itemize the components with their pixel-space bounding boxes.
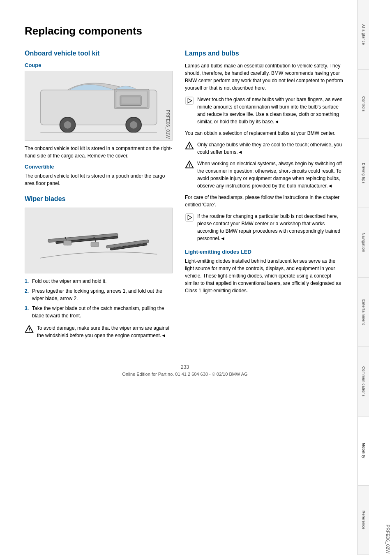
onboard-section-title: Onboard vehicle tool kit xyxy=(25,50,173,57)
lamps-note4-text: If the routine for changing a particular… xyxy=(197,213,345,242)
tab-at-a-glance[interactable]: At a glance xyxy=(358,0,369,69)
tab-communications[interactable]: Communications xyxy=(358,347,369,416)
svg-text:!: ! xyxy=(189,163,190,168)
tab-controls[interactable]: Controls xyxy=(358,69,369,139)
lamps-note1-text: Never touch the glass of new bulbs with … xyxy=(197,96,345,125)
tab-driving-tips[interactable]: Driving tips xyxy=(358,139,369,208)
lamps-note4: If the routine for changing a particular… xyxy=(185,213,345,242)
lamps-warning1: ! Only change bulbs while they are cool … xyxy=(185,141,345,156)
wiper-section-title: Wiper blades xyxy=(25,195,173,203)
onboard-tool-kit-section: Onboard vehicle tool kit Coupe xyxy=(25,50,173,187)
coupe-label: Coupe xyxy=(25,62,173,68)
page-footer: 233 Online Edition for Part no. 01 41 2 … xyxy=(25,360,345,377)
right-navigation-tabs: At a glance Controls Driving tips Naviga… xyxy=(357,0,369,555)
tab-navigation[interactable]: Navigation xyxy=(358,208,369,278)
wiper-step-1: 1. Fold out the wiper arm and hold it. xyxy=(25,278,173,285)
led-text: Light-emitting diodes installed behind t… xyxy=(185,257,345,294)
svg-rect-16 xyxy=(64,240,71,245)
lamps-note3: For care of the headlamps, please follow… xyxy=(185,194,345,208)
svg-marker-22 xyxy=(188,99,191,103)
svg-text:1: 1 xyxy=(65,236,67,240)
warning-triangle-icon-2: ! xyxy=(185,141,194,150)
svg-text:!: ! xyxy=(189,144,190,149)
coupe-description: The onboard vehicle tool kit is stored i… xyxy=(25,145,173,160)
lamps-note1: Never touch the glass of new bulbs with … xyxy=(185,96,345,125)
tab-entertainment[interactable]: Entertainment xyxy=(358,278,369,347)
play-icon-2 xyxy=(185,213,194,222)
wiper-steps-list: 1. Fold out the wiper arm and hold it. 2… xyxy=(25,278,173,319)
wiper-image: 1 2 xyxy=(25,208,173,273)
svg-marker-26 xyxy=(188,215,191,220)
coupe-image: PRFE06_01W xyxy=(25,71,173,141)
svg-text:!: ! xyxy=(29,328,30,332)
svg-rect-17 xyxy=(91,242,99,247)
tab-reference[interactable]: Reference xyxy=(358,486,369,555)
play-icon-1 xyxy=(185,96,194,105)
lamps-warning2-text: When working on electrical systems, alwa… xyxy=(197,160,345,190)
lamps-section-title: Lamps and bulbs xyxy=(185,50,345,57)
convertible-description: The onboard vehicle tool kit is stored i… xyxy=(25,172,173,187)
svg-text:2: 2 xyxy=(93,236,95,240)
wiper-warning: ! To avoid damage, make sure that the wi… xyxy=(25,324,173,339)
svg-rect-4 xyxy=(121,97,140,104)
coupe-image-caption: PRFE06_01W xyxy=(166,110,171,139)
lamps-note2: You can obtain a selection of replacemen… xyxy=(185,130,345,137)
page-number: 233 xyxy=(25,364,345,370)
lamps-warning1-text: Only change bulbs while they are cool to… xyxy=(197,141,345,156)
led-section-title: Light-emitting diodes LED xyxy=(185,249,345,255)
svg-point-6 xyxy=(64,121,71,129)
convertible-label: Convertible xyxy=(25,164,173,170)
lamps-intro: Lamps and bulbs make an essential contri… xyxy=(185,62,345,92)
led-section: Light-emitting diodes LED Light-emitting… xyxy=(185,249,345,294)
wiper-warning-text: To avoid damage, make sure that the wipe… xyxy=(37,324,173,339)
wiper-blades-section: Wiper blades 1 xyxy=(25,195,173,339)
svg-point-8 xyxy=(130,121,138,129)
wiper-step-2: 2. Press together the locking spring, ar… xyxy=(25,287,173,302)
warning-triangle-icon: ! xyxy=(25,325,34,334)
lamps-bulbs-section: Lamps and bulbs Lamps and bulbs make an … xyxy=(185,50,345,242)
wiper-step-3: 3. Take the wiper blade out of the catch… xyxy=(25,305,173,319)
lamps-warning2: ! When working on electrical systems, al… xyxy=(185,160,345,190)
page-title: Replacing components xyxy=(25,25,345,37)
warning-triangle-icon-3: ! xyxy=(185,160,194,169)
footer-text: Online Edition for Part no. 01 41 2 604 … xyxy=(25,372,345,377)
tab-mobility[interactable]: Mobility xyxy=(358,416,369,486)
